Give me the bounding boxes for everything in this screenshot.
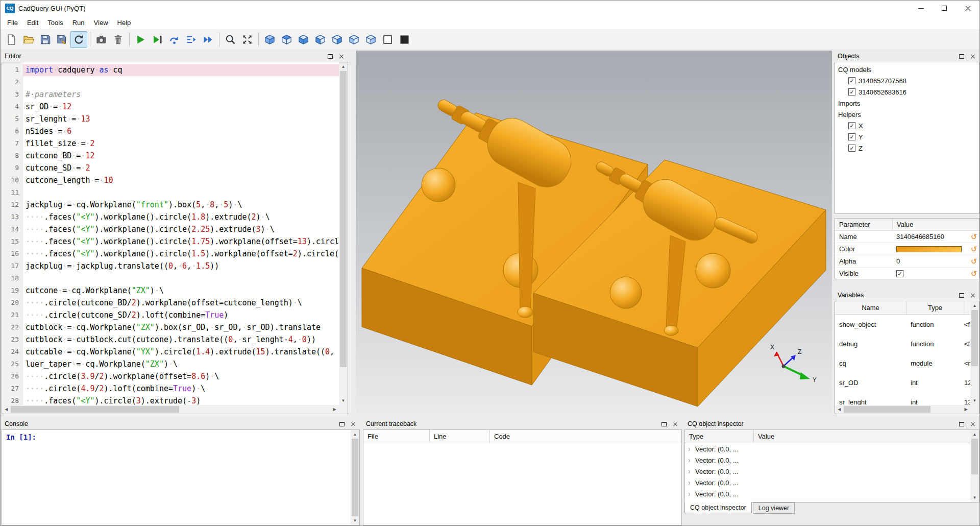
scroll-up-icon[interactable]: ▲: [351, 430, 359, 439]
float-button[interactable]: [327, 53, 334, 60]
code-line[interactable]: fillet_size·=·2: [23, 137, 339, 150]
column-header[interactable]: Value: [754, 430, 979, 443]
column-header[interactable]: File: [363, 430, 430, 443]
scroll-thumb[interactable]: [11, 406, 179, 413]
expand-chevron-icon[interactable]: ›: [688, 489, 695, 499]
autoreload-button[interactable]: [70, 31, 87, 48]
inspector-row[interactable]: ›Vector: (0.0, ...: [685, 443, 979, 455]
scroll-down-icon[interactable]: ▼: [970, 493, 979, 502]
inspector-row[interactable]: ›Vector: (0.0, ...: [685, 455, 979, 466]
scroll-left-icon[interactable]: ◀: [835, 405, 844, 414]
float-button[interactable]: [958, 420, 965, 427]
tab-cq-object-inspector[interactable]: CQ object inspector: [684, 502, 752, 513]
reset-icon[interactable]: ↺: [969, 257, 979, 266]
code-line[interactable]: cutblock·=·cq.Workplane("ZX").box(sr_OD,…: [23, 321, 339, 333]
code-line[interactable]: cutblock·=·cutblock.cut(cutcone).transla…: [23, 333, 339, 346]
tree-item-cq-models[interactable]: CQ models: [835, 64, 979, 75]
tree-item-helpers[interactable]: Helpers: [835, 109, 979, 120]
variable-row[interactable]: debugfunction<f: [835, 334, 979, 353]
checkbox-icon[interactable]: ✓: [848, 145, 855, 152]
column-header[interactable]: Name: [835, 301, 906, 314]
view-iso-button[interactable]: [261, 31, 278, 48]
view-left-button[interactable]: [346, 31, 362, 48]
code-line[interactable]: [23, 76, 339, 88]
menu-file[interactable]: File: [3, 16, 22, 29]
save-button[interactable]: [37, 31, 54, 48]
code-line[interactable]: ····.circle(cutcone_SD/2).loft(combine=T…: [23, 309, 339, 321]
close-button[interactable]: [672, 420, 679, 427]
view-top-button[interactable]: [278, 31, 295, 48]
close-button[interactable]: [969, 420, 976, 427]
expand-chevron-icon[interactable]: ›: [688, 444, 695, 454]
code-line[interactable]: cutcone_SD·=·2: [23, 162, 339, 174]
scroll-up-icon[interactable]: ▲: [970, 430, 979, 439]
step-into-button[interactable]: [183, 31, 200, 48]
param-value[interactable]: 3140646685160: [896, 233, 944, 241]
viewport-3d[interactable]: X Z Y: [356, 51, 832, 413]
code-line[interactable]: ····.faces("<Y").workplane().circle(1.5)…: [23, 248, 339, 260]
column-header[interactable]: Type: [906, 301, 964, 314]
step-over-button[interactable]: [166, 31, 183, 48]
checkbox-icon[interactable]: ✓: [848, 77, 855, 84]
code-line[interactable]: ····.circle(4.9/2).loft(combine=True)·\: [23, 382, 339, 395]
code-line[interactable]: jackplug·=·jackplug.translate((0,·6,·1.5…: [23, 260, 339, 272]
scroll-thumb[interactable]: [340, 71, 347, 367]
code-line[interactable]: cutcone_length·=·10: [23, 174, 339, 186]
variables-horizontal-scrollbar[interactable]: ◀ ▶: [835, 405, 970, 414]
view-bottom-button[interactable]: [295, 31, 312, 48]
close-button[interactable]: [956, 1, 979, 16]
code-line[interactable]: jackplug·=·cq.Workplane("front").box(5,·…: [23, 199, 339, 211]
code-line[interactable]: import·cadquery·as·cq: [23, 64, 339, 76]
new-file-button[interactable]: [3, 31, 20, 48]
column-header[interactable]: Code: [490, 430, 681, 443]
console-vertical-scrollbar[interactable]: ▲ ▼: [351, 430, 359, 525]
float-button[interactable]: [958, 292, 965, 299]
close-button[interactable]: [969, 292, 976, 299]
tree-item[interactable]: ✓Z: [835, 142, 979, 154]
save-as-button[interactable]: [54, 31, 70, 48]
tree-item[interactable]: ✓3140652683616: [835, 86, 979, 98]
code-line[interactable]: sr_lenght·=·13: [23, 113, 339, 125]
code-line[interactable]: nSides·=·6: [23, 125, 339, 137]
close-button[interactable]: [969, 53, 976, 60]
param-value[interactable]: 0: [896, 257, 900, 265]
zoom-fit-button[interactable]: [222, 31, 239, 48]
close-button[interactable]: [338, 53, 345, 60]
maximize-button[interactable]: [933, 1, 956, 16]
variable-row[interactable]: show_objectfunction<f: [835, 315, 979, 334]
view-right-button[interactable]: [362, 31, 379, 48]
column-header[interactable]: Parameter: [835, 221, 892, 228]
checkbox-icon[interactable]: ✓: [848, 122, 855, 129]
code-line[interactable]: ····.faces("<Y").workplane().circle(1.75…: [23, 235, 339, 248]
code-area[interactable]: import·cadquery·as·cq#·parameterssr_OD·=…: [23, 62, 339, 405]
close-button[interactable]: [350, 420, 357, 427]
clear-console-button[interactable]: [110, 31, 127, 48]
shaded-button[interactable]: [396, 31, 413, 48]
fit-all-button[interactable]: [239, 31, 256, 48]
scroll-left-icon[interactable]: ◀: [2, 405, 11, 414]
variables-vertical-scrollbar[interactable]: ▲ ▼: [970, 301, 979, 405]
inspector-vertical-scrollbar[interactable]: ▲ ▼: [970, 430, 979, 502]
menu-help[interactable]: Help: [113, 16, 136, 29]
code-line[interactable]: [23, 186, 339, 199]
expand-chevron-icon[interactable]: ›: [688, 455, 695, 465]
float-button[interactable]: [958, 53, 965, 60]
code-line[interactable]: cutcone_BD·=·12: [23, 150, 339, 162]
scroll-thumb[interactable]: [352, 439, 358, 516]
scroll-down-icon[interactable]: ▼: [970, 396, 979, 405]
code-line[interactable]: ····.faces("<Y").workplane().circle(1.8)…: [23, 211, 339, 223]
menu-tools[interactable]: Tools: [43, 16, 67, 29]
float-button[interactable]: [338, 420, 346, 427]
scroll-up-icon[interactable]: ▲: [970, 301, 979, 310]
code-line[interactable]: #·parameters: [23, 88, 339, 101]
scroll-thumb[interactable]: [971, 310, 978, 366]
code-line[interactable]: ····.faces("<Y").circle(3).extrude(-3): [23, 395, 339, 405]
inspector-row[interactable]: ›Vector: (0.0, ...: [685, 466, 979, 477]
screenshot-button[interactable]: [93, 31, 110, 48]
editor-vertical-scrollbar[interactable]: ▲ ▼: [339, 62, 348, 405]
tree-item[interactable]: ✓3140652707568: [835, 75, 979, 86]
code-line[interactable]: luer_taper·=·cq.Workplane("ZX")·\: [23, 358, 339, 370]
scroll-right-icon[interactable]: ▶: [330, 405, 339, 414]
scroll-down-icon[interactable]: ▼: [351, 516, 359, 525]
inspector-row[interactable]: ›Vector: (0.0, ...: [685, 477, 979, 488]
